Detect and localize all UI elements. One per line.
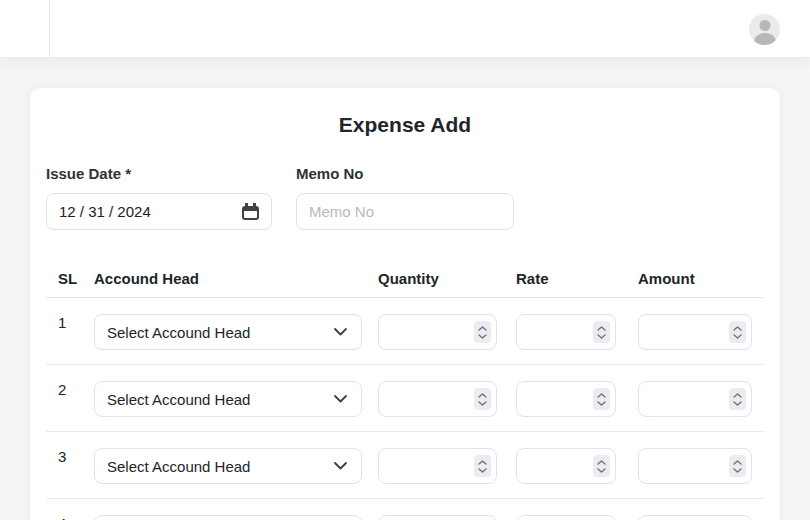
number-spinner[interactable]: [593, 388, 610, 410]
number-spinner[interactable]: [474, 388, 491, 410]
spinner-down-icon: [478, 401, 487, 406]
issue-date-input[interactable]: 12 / 31 / 2024: [46, 193, 272, 230]
spinner-up-icon: [733, 460, 742, 465]
topbar: [0, 0, 810, 58]
row-sl: 3: [46, 432, 86, 498]
memo-no-input[interactable]: [296, 193, 514, 230]
row-sl: 1: [46, 298, 86, 364]
spinner-down-icon: [733, 401, 742, 406]
account-head-select-value: Select Accound Head: [107, 324, 250, 341]
spinner-down-icon: [478, 334, 487, 339]
chevron-down-icon: [334, 395, 347, 403]
spinner-up-icon: [733, 326, 742, 331]
col-header-sl: SL: [46, 260, 86, 297]
memo-no-label: Memo No: [296, 165, 514, 182]
account-head-select[interactable]: Select Accound Head: [94, 515, 362, 520]
number-spinner[interactable]: [729, 388, 746, 410]
table-header-row: SL Accound Head Quantity Rate Amount: [46, 260, 764, 298]
account-head-select-value: Select Accound Head: [107, 391, 250, 408]
avatar-icon: [754, 33, 775, 45]
table-row: 3 Select Accound Head: [46, 432, 764, 499]
spinner-up-icon: [597, 326, 606, 331]
issue-date-label: Issue Date *: [46, 165, 272, 182]
spinner-down-icon: [597, 334, 606, 339]
col-header-account: Accound Head: [86, 260, 370, 297]
account-head-select-value: Select Accound Head: [107, 458, 250, 475]
number-spinner[interactable]: [729, 455, 746, 477]
spinner-down-icon: [478, 468, 487, 473]
number-spinner[interactable]: [729, 321, 746, 343]
row-sl: 2: [46, 365, 86, 431]
amount-input[interactable]: [638, 515, 752, 520]
quantity-input[interactable]: [378, 515, 497, 520]
avatar-icon: [759, 20, 770, 31]
col-header-quantity: Quantity: [370, 260, 505, 297]
page-title: Expense Add: [46, 114, 764, 136]
col-header-rate: Rate: [505, 260, 625, 297]
chevron-down-icon: [334, 328, 347, 336]
spinner-down-icon: [733, 334, 742, 339]
spinner-up-icon: [478, 460, 487, 465]
number-spinner[interactable]: [474, 455, 491, 477]
calendar-icon-part: [244, 208, 257, 211]
number-spinner[interactable]: [593, 321, 610, 343]
form-row: Issue Date * 12 / 31 / 2024 Memo No: [46, 165, 764, 230]
rate-input[interactable]: [516, 515, 616, 520]
spinner-down-icon: [597, 401, 606, 406]
account-head-select[interactable]: Select Accound Head: [94, 381, 362, 417]
calendar-icon[interactable]: [242, 203, 259, 220]
spinner-down-icon: [597, 468, 606, 473]
spinner-up-icon: [597, 393, 606, 398]
user-avatar-button[interactable]: [749, 14, 780, 45]
spinner-up-icon: [478, 393, 487, 398]
number-spinner[interactable]: [474, 321, 491, 343]
issue-date-value: 12 / 31 / 2024: [59, 203, 151, 220]
table-row: 4 Select Accound Head: [46, 499, 764, 520]
account-head-select[interactable]: Select Accound Head: [94, 448, 362, 484]
spinner-up-icon: [733, 393, 742, 398]
spinner-up-icon: [478, 326, 487, 331]
memo-no-field: Memo No: [296, 165, 514, 230]
table-row: 1 Select Accound Head: [46, 298, 764, 365]
sidebar-edge: [0, 0, 50, 57]
spinner-down-icon: [733, 468, 742, 473]
expense-items-table: SL Accound Head Quantity Rate Amount 1 S…: [46, 260, 764, 520]
issue-date-field: Issue Date * 12 / 31 / 2024: [46, 165, 272, 230]
spinner-up-icon: [597, 460, 606, 465]
col-header-amount: Amount: [625, 260, 764, 297]
expense-add-card: Expense Add Issue Date * 12 / 31 / 2024 …: [30, 88, 780, 520]
chevron-down-icon: [334, 462, 347, 470]
row-sl: 4: [46, 499, 86, 520]
account-head-select[interactable]: Select Accound Head: [94, 314, 362, 350]
table-row: 2 Select Accound Head: [46, 365, 764, 432]
number-spinner[interactable]: [593, 455, 610, 477]
